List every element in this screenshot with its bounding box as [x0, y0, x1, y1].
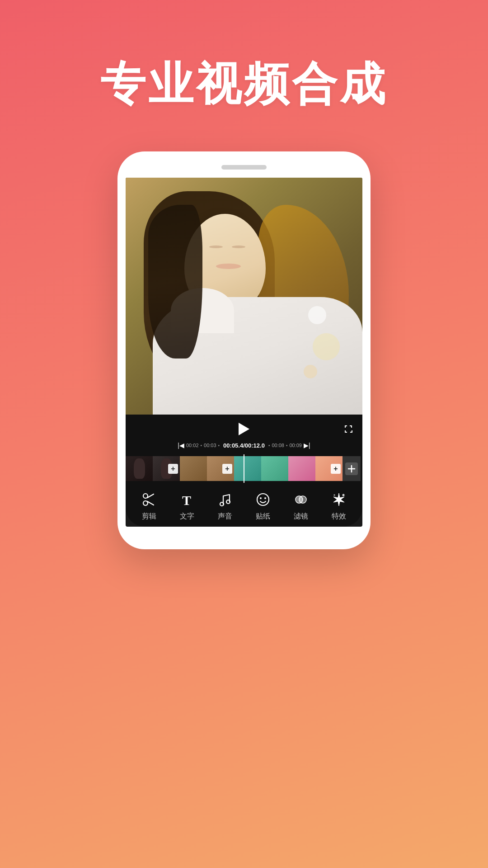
phone-speaker — [221, 165, 267, 170]
current-time-display: 00:05.4/00:12.0 — [223, 442, 265, 449]
time-marker-3: 00:08 — [272, 443, 284, 448]
sparkle-icon — [329, 490, 348, 509]
thumbnail-1[interactable] — [126, 456, 153, 481]
tool-cut-label: 剪辑 — [142, 512, 156, 521]
title-area: 专业视频合成 — [0, 0, 488, 151]
tool-text[interactable]: T 文字 — [168, 490, 206, 521]
smiley-icon — [253, 490, 272, 509]
svg-line-2 — [147, 494, 154, 498]
thumbnail-4[interactable]: + — [207, 456, 234, 481]
thumbnail-8[interactable]: + — [315, 456, 343, 481]
app-background: 专业视频合成 — [0, 0, 488, 868]
thumbnail-2[interactable]: + — [153, 456, 180, 481]
timeline-row: |◀ 00:02 • 00:03 • 00:05.4/00:12.0 • 00:… — [133, 440, 355, 452]
bottom-toolbar: 剪辑 T 文字 — [126, 483, 362, 527]
add-clip-btn-2[interactable]: + — [222, 464, 232, 474]
portrait-background — [126, 178, 362, 415]
music-icon — [216, 490, 235, 509]
thumbnail-strip: + + — [126, 454, 362, 483]
tool-audio[interactable]: 声音 — [206, 490, 244, 521]
svg-point-9 — [264, 497, 266, 499]
timeline-end-icon: ▶| — [304, 442, 310, 449]
plus-icon — [347, 464, 356, 473]
player-controls: |◀ 00:02 • 00:03 • 00:05.4/00:12.0 • 00:… — [126, 415, 362, 454]
thumbnail-3[interactable] — [180, 456, 207, 481]
filter-icon — [291, 490, 310, 509]
play-button[interactable] — [236, 421, 252, 437]
tool-filter-label: 滤镜 — [294, 512, 308, 521]
add-new-clip-button[interactable] — [343, 456, 361, 481]
time-marker-1: 00:02 — [186, 443, 199, 448]
add-clip-btn-3[interactable]: + — [331, 464, 341, 474]
tool-effects-label: 特效 — [332, 512, 346, 521]
main-title: 专业视频合成 — [0, 54, 488, 115]
svg-point-7 — [257, 494, 269, 505]
time-marker-4: 00:09 — [289, 443, 302, 448]
timeline-start-icon: |◀ — [178, 442, 184, 449]
phone-mockup: |◀ 00:02 • 00:03 • 00:05.4/00:12.0 • 00:… — [117, 151, 371, 549]
playhead-line — [244, 454, 244, 483]
play-icon — [239, 423, 249, 435]
scissors-icon — [140, 490, 159, 509]
svg-point-12 — [343, 494, 345, 496]
tool-sticker[interactable]: 贴纸 — [244, 490, 282, 521]
add-clip-icon — [345, 462, 358, 475]
time-marker-2: 00:03 — [204, 443, 216, 448]
svg-point-11 — [299, 496, 306, 503]
play-row — [133, 421, 355, 437]
bokeh-2 — [308, 306, 326, 324]
thumbnail-6[interactable] — [261, 456, 288, 481]
fullscreen-button[interactable] — [342, 422, 355, 436]
text-icon: T — [178, 490, 197, 509]
video-frame — [126, 178, 362, 415]
add-clip-btn-1[interactable]: + — [168, 464, 178, 474]
tool-text-label: 文字 — [180, 512, 194, 521]
bokeh-3 — [304, 365, 317, 378]
thumbnail-5[interactable] — [234, 456, 261, 481]
tool-effects[interactable]: 特效 — [320, 490, 358, 521]
tool-audio-label: 声音 — [218, 512, 232, 521]
video-area: |◀ 00:02 • 00:03 • 00:05.4/00:12.0 • 00:… — [126, 178, 362, 527]
fullscreen-icon — [343, 424, 354, 434]
bokeh-1 — [313, 333, 340, 360]
thumbnail-7[interactable] — [288, 456, 315, 481]
svg-point-8 — [260, 497, 262, 499]
tool-filter[interactable]: 滤镜 — [282, 490, 320, 521]
svg-point-13 — [333, 494, 335, 496]
tool-sticker-label: 贴纸 — [256, 512, 270, 521]
svg-line-3 — [147, 501, 154, 505]
tool-cut[interactable]: 剪辑 — [130, 490, 168, 521]
svg-text:T: T — [182, 493, 191, 508]
